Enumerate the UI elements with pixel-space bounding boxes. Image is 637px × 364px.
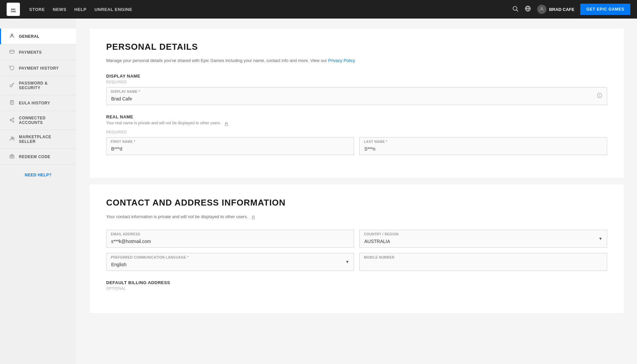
real-name-required: REQUIRED	[106, 130, 607, 134]
get-epic-games-button[interactable]: GET EPIC GAMES	[580, 4, 630, 15]
payments-icon	[9, 49, 15, 55]
mobile-input[interactable]	[359, 253, 607, 271]
billing-address-group: DEFAULT BILLING ADDRESS OPTIONAL	[106, 280, 607, 290]
sidebar-label-connected-accounts: CONNECTED ACCOUNTS	[19, 116, 68, 125]
lock-icon	[224, 121, 229, 126]
personal-details-section: PERSONAL DETAILS Manage your personal de…	[90, 29, 624, 178]
user-menu[interactable]: BRAD CAFE	[537, 5, 575, 14]
main-content: PERSONAL DETAILS Manage your personal de…	[76, 19, 637, 364]
history-icon	[9, 65, 15, 71]
svg-line-21	[11, 119, 13, 120]
mobile-field-wrap: MOBILE NUMBER	[359, 253, 607, 271]
sidebar-label-redeem-code: REDEEM CODE	[19, 154, 50, 159]
language-mobile-row: PREFERRED COMMUNICATION LANGUAGE * Engli…	[106, 253, 607, 271]
email-country-row: EMAIL ADDRESS COUNTRY / REGION AUSTRALIA…	[106, 230, 607, 248]
key-icon	[9, 83, 15, 89]
country-select[interactable]: AUSTRALIA	[359, 230, 607, 248]
sidebar-label-general: GENERAL	[19, 34, 39, 39]
last-name-field-wrap: LAST NAME *	[359, 137, 607, 155]
real-name-description: Your real name is private and will not b…	[106, 121, 607, 126]
user-name: BRAD CAFE	[549, 7, 575, 12]
epic-games-logo[interactable]: EPIC GAMES	[7, 3, 20, 16]
sidebar-label-password-security: PASSWORD & SECURITY	[19, 81, 68, 90]
nav-news[interactable]: NEWS	[53, 7, 66, 12]
personal-details-description: Manage your personal details you've shar…	[106, 57, 607, 64]
sidebar: GENERAL PAYMENTS PAYMENT HISTORY	[0, 19, 76, 364]
nav-store[interactable]: STORE	[29, 7, 45, 12]
sidebar-label-eula-history: EULA HISTORY	[19, 101, 50, 105]
svg-point-22	[11, 137, 13, 139]
real-name-label: REAL NAME	[106, 114, 607, 119]
sidebar-item-connected-accounts[interactable]: CONNECTED ACCOUNTS	[0, 111, 76, 130]
sidebar-item-payments[interactable]: PAYMENTS	[0, 44, 76, 60]
personal-details-title: PERSONAL DETAILS	[106, 42, 607, 52]
sidebar-label-payments: PAYMENTS	[19, 50, 42, 55]
svg-rect-10	[10, 50, 14, 53]
svg-rect-28	[225, 124, 228, 126]
sidebar-item-redeem-code[interactable]: REDEEM CODE	[0, 149, 76, 165]
svg-line-4	[517, 10, 518, 11]
nav-links: STORE NEWS HELP UNREAL ENGINE	[29, 7, 512, 12]
sidebar-item-payment-history[interactable]: PAYMENT HISTORY	[0, 60, 76, 76]
svg-line-20	[11, 120, 13, 121]
contact-lock-icon	[251, 214, 255, 219]
svg-point-8	[541, 8, 542, 9]
person-icon	[9, 33, 15, 39]
svg-point-23	[13, 137, 14, 139]
sidebar-label-marketplace-seller: MARKETPLACE SELLER	[19, 135, 68, 144]
sidebar-label-payment-history: PAYMENT HISTORY	[19, 66, 59, 71]
language-select[interactable]: English	[106, 253, 354, 271]
billing-optional: OPTIONAL	[106, 286, 607, 290]
clipboard-icon	[9, 100, 15, 106]
svg-point-9	[11, 34, 13, 36]
sidebar-item-password-security[interactable]: PASSWORD & SECURITY	[0, 76, 76, 95]
contact-address-title: CONTACT AND ADDRESS INFORMATION	[106, 198, 607, 208]
nav-right: BRAD CAFE GET EPIC GAMES	[512, 4, 630, 15]
email-field-wrap: EMAIL ADDRESS	[106, 230, 354, 248]
sidebar-item-general[interactable]: GENERAL	[0, 29, 76, 44]
privacy-policy-link[interactable]: Privacy Policy	[328, 58, 355, 63]
contact-address-description: Your contact information is private and …	[106, 213, 607, 220]
first-name-input[interactable]	[106, 137, 354, 155]
language-field-wrap: PREFERRED COMMUNICATION LANGUAGE * Engli…	[106, 253, 354, 271]
nav-help[interactable]: HELP	[74, 7, 87, 12]
top-navigation: EPIC GAMES STORE NEWS HELP UNREAL ENGINE	[0, 0, 637, 19]
page-wrapper: GENERAL PAYMENTS PAYMENT HISTORY	[0, 19, 637, 364]
need-help-link[interactable]: NEED HELP?	[0, 165, 76, 185]
billing-address-label: DEFAULT BILLING ADDRESS	[106, 280, 607, 285]
avatar	[537, 5, 546, 14]
display-name-input[interactable]	[106, 87, 607, 105]
search-icon[interactable]	[512, 5, 519, 14]
svg-text:EPIC: EPIC	[11, 8, 16, 11]
seller-icon	[9, 136, 15, 143]
gift-icon	[9, 153, 15, 160]
last-name-input[interactable]	[359, 137, 607, 155]
globe-icon[interactable]	[525, 5, 531, 14]
display-name-field-wrap: DISPLAY NAME *	[106, 87, 607, 105]
display-name-label: DISPLAY NAME	[106, 74, 607, 79]
sidebar-item-eula-history[interactable]: EULA HISTORY	[0, 95, 76, 111]
first-name-field-wrap: FIRST NAME *	[106, 137, 354, 155]
contact-address-section: CONTACT AND ADDRESS INFORMATION Your con…	[90, 184, 624, 313]
email-input[interactable]	[106, 230, 354, 248]
name-fields-row: FIRST NAME * LAST NAME *	[106, 137, 607, 155]
info-icon[interactable]	[597, 92, 602, 100]
share-icon	[9, 117, 15, 124]
svg-text:GAMES: GAMES	[11, 11, 16, 13]
real-name-group: REAL NAME Your real name is private and …	[106, 114, 607, 155]
sidebar-item-marketplace-seller[interactable]: MARKETPLACE SELLER	[0, 130, 76, 149]
svg-rect-29	[252, 217, 255, 219]
nav-unreal-engine[interactable]: UNREAL ENGINE	[95, 7, 132, 12]
country-field-wrap: COUNTRY / REGION AUSTRALIA ▼	[359, 230, 607, 248]
display-name-group: DISPLAY NAME REQUIRED DISPLAY NAME *	[106, 74, 607, 105]
display-name-required: REQUIRED	[106, 80, 607, 84]
